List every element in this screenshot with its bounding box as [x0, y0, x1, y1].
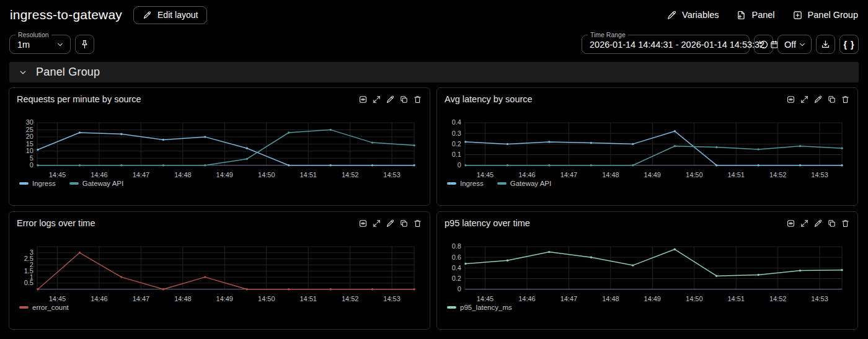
legend-swatch-icon: [19, 306, 29, 309]
svg-text:30: 30: [26, 118, 33, 126]
add-panel-button[interactable]: Panel: [736, 10, 774, 20]
delete-panel-icon[interactable]: [841, 219, 850, 228]
chart-legend: IngressGateway API: [19, 180, 123, 187]
svg-text:0: 0: [458, 161, 461, 169]
panel-title: Requests per minute by source: [17, 94, 141, 104]
square-plus-icon: [792, 10, 803, 20]
svg-text:15: 15: [26, 140, 33, 147]
svg-text:0.2: 0.2: [452, 140, 461, 147]
svg-text:14:52: 14:52: [342, 171, 358, 178]
edit-panel-icon[interactable]: [386, 95, 395, 104]
chart-legend: error_count: [19, 304, 69, 311]
panel-toolbar: [786, 95, 850, 104]
legend-swatch-icon: [447, 306, 456, 309]
expand-panel-icon[interactable]: [800, 95, 809, 104]
edit-panel-icon[interactable]: [386, 219, 395, 228]
panel-group-header[interactable]: Panel Group: [9, 62, 859, 82]
time-range-value: 2026-01-14 14:44:31 - 2026-01-14 14:53:3…: [590, 40, 764, 50]
svg-text:20: 20: [26, 133, 33, 140]
expand-panel-icon[interactable]: [800, 219, 809, 228]
legend-label: error_count: [32, 304, 69, 311]
legend-swatch-icon: [69, 182, 79, 185]
chevron-down-icon: [797, 40, 807, 50]
edit-layout-button[interactable]: Edit layout: [133, 6, 207, 24]
panel-title: Error logs over time: [17, 218, 95, 228]
svg-text:0.4: 0.4: [452, 118, 461, 126]
duplicate-panel-icon[interactable]: [827, 219, 836, 228]
legend-label: Ingress: [32, 180, 56, 187]
legend-item[interactable]: error_count: [19, 304, 69, 311]
svg-text:14:49: 14:49: [216, 295, 233, 302]
svg-text:14:51: 14:51: [727, 171, 744, 178]
legend-item[interactable]: Gateway API: [497, 180, 551, 187]
panel-group-title: Panel Group: [36, 66, 100, 79]
refresh-interval-select[interactable]: Off: [777, 35, 812, 54]
delete-panel-icon[interactable]: [413, 95, 422, 104]
svg-text:14:48: 14:48: [174, 295, 191, 302]
panels-grid: Requests per minute by source 0510152025…: [9, 87, 858, 330]
duplicate-panel-icon[interactable]: [827, 95, 836, 104]
view-queries-icon[interactable]: [358, 95, 368, 104]
legend-item[interactable]: Gateway API: [69, 180, 123, 187]
svg-text:10: 10: [26, 147, 33, 154]
panel-title: Avg latency by source: [445, 94, 533, 104]
pin-resolution-button[interactable]: [75, 35, 94, 54]
line-chart[interactable]: 05101520253014:4514:4614:4714:4814:4914:…: [9, 113, 430, 206]
download-dashboard-button[interactable]: [816, 35, 835, 54]
svg-text:14:52: 14:52: [769, 171, 786, 178]
legend-item[interactable]: Ingress: [447, 180, 484, 187]
svg-text:14:48: 14:48: [174, 171, 191, 178]
duplicate-panel-icon[interactable]: [399, 95, 409, 104]
json-view-button[interactable]: { }: [839, 35, 859, 54]
svg-text:14:50: 14:50: [686, 295, 702, 302]
toolbar-right: Time Range 2026-01-14 14:44:31 - 2026-01…: [582, 35, 859, 54]
svg-text:14:46: 14:46: [91, 295, 107, 302]
panel-group-label: Panel Group: [808, 10, 858, 20]
view-queries-icon[interactable]: [786, 95, 795, 104]
expand-panel-icon[interactable]: [372, 219, 381, 228]
legend-item[interactable]: p95_latency_ms: [447, 304, 512, 311]
variables-button[interactable]: Variables: [666, 10, 719, 20]
svg-text:14:47: 14:47: [133, 171, 149, 178]
view-queries-icon[interactable]: [786, 219, 795, 228]
edit-panel-icon[interactable]: [813, 95, 823, 104]
edit-panel-icon[interactable]: [813, 219, 823, 228]
svg-text:14:49: 14:49: [644, 295, 661, 302]
legend-label: Ingress: [460, 180, 484, 187]
svg-text:14:50: 14:50: [258, 295, 275, 302]
view-queries-icon[interactable]: [358, 219, 368, 228]
line-chart[interactable]: 00.10.20.30.414:4514:4614:4714:4814:4914…: [437, 113, 857, 206]
legend-swatch-icon: [497, 182, 507, 185]
delete-panel-icon[interactable]: [413, 219, 422, 228]
svg-text:14:45: 14:45: [477, 171, 494, 178]
svg-text:0: 0: [30, 161, 33, 169]
time-range-label: Time Range: [588, 32, 628, 38]
legend-item[interactable]: Ingress: [19, 180, 56, 187]
svg-text:14:52: 14:52: [342, 295, 358, 302]
svg-text:14:53: 14:53: [811, 171, 828, 178]
svg-text:14:53: 14:53: [811, 295, 828, 302]
svg-text:14:51: 14:51: [299, 171, 316, 178]
svg-text:14:45: 14:45: [477, 295, 494, 302]
add-panel-group-button[interactable]: Panel Group: [792, 10, 858, 20]
duplicate-panel-icon[interactable]: [399, 219, 409, 228]
collapse-chevron-icon[interactable]: [17, 67, 29, 78]
svg-text:0.4: 0.4: [452, 264, 461, 271]
svg-text:14:52: 14:52: [769, 295, 786, 302]
svg-text:14:48: 14:48: [602, 171, 619, 178]
dashboard-toolbar: Resolution 1m Time Range 2026-01-14 14:4…: [0, 35, 868, 54]
pencil-icon: [143, 11, 152, 20]
line-chart[interactable]: 0.511.522.5314:4514:4614:4714:4814:4914:…: [9, 237, 430, 330]
time-range-picker[interactable]: Time Range 2026-01-14 14:44:31 - 2026-01…: [582, 35, 750, 54]
svg-text:14:45: 14:45: [49, 295, 66, 302]
resolution-select[interactable]: Resolution 1m: [9, 35, 71, 54]
panel-p95-latency: p95 latency over time 00.20.40.60.814:45…: [436, 211, 858, 330]
line-chart[interactable]: 00.20.40.60.814:4514:4614:4714:4814:4914…: [437, 237, 857, 330]
svg-text:14:53: 14:53: [383, 295, 400, 302]
svg-text:0.2: 0.2: [452, 275, 461, 282]
expand-panel-icon[interactable]: [372, 95, 381, 104]
panel-title: p95 latency over time: [445, 218, 530, 228]
panel-avg-latency: Avg latency by source 00.10.20.30.414:45…: [436, 87, 858, 206]
panel-toolbar: [358, 95, 422, 104]
delete-panel-icon[interactable]: [841, 95, 850, 104]
